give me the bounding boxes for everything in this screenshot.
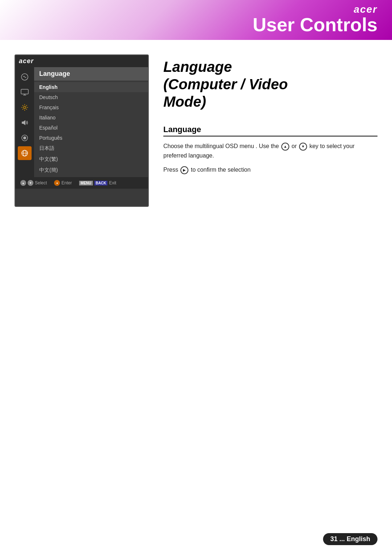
lang-item-english[interactable]: English — [34, 82, 148, 92]
osd-icon-color[interactable] — [18, 131, 32, 145]
page-header: acer User Controls — [0, 0, 392, 40]
desc2-end-text: to confirm the selection — [191, 167, 251, 173]
enter-label: Enter — [61, 180, 72, 185]
lang-item-portugues[interactable]: Português — [34, 133, 148, 143]
right-content: Language(Computer / VideoMode) Language … — [163, 54, 377, 207]
osd-footer-select: ▲ ▼ Select — [20, 180, 47, 186]
up-btn[interactable]: ▲ — [20, 180, 26, 186]
osd-language-list: English Deutsch Français Italiano Españo… — [34, 81, 148, 177]
lang-item-deutsch[interactable]: Deutsch — [34, 92, 148, 102]
osd-icon-display[interactable] — [18, 85, 32, 99]
section-title: Language — [163, 125, 377, 136]
desc1-text: Choose the multilingual OSD menu . Use t… — [163, 143, 279, 149]
osd-icon-settings[interactable] — [18, 101, 32, 114]
description-paragraph-2: Press ▶ to confirm the selection — [163, 165, 377, 175]
osd-icon-audio[interactable] — [18, 116, 32, 130]
lang-item-chinese-simp[interactable]: 中文(簡) — [34, 165, 148, 176]
down-arrow-key: ▼ — [299, 143, 307, 151]
osd-language-panel: Language English Deutsch Français Italia… — [34, 67, 148, 177]
down-btn[interactable]: ▼ — [28, 180, 33, 186]
osd-footer-enter: ● Enter — [54, 180, 72, 186]
osd-footer: ▲ ▼ Select ● Enter MENU BACK Exit — [15, 177, 148, 189]
osd-body: Language English Deutsch Français Italia… — [15, 67, 148, 177]
exit-label: Exit — [109, 180, 116, 185]
osd-panel: acer — [15, 54, 149, 207]
right-arrow-key: ▶ — [180, 166, 188, 174]
select-label: Select — [35, 180, 47, 185]
osd-icon-language-active[interactable] — [18, 146, 32, 160]
description-paragraph-1: Choose the multilingual OSD menu . Use t… — [163, 142, 377, 160]
osd-acer-logo: acer — [19, 57, 34, 65]
osd-header: acer — [15, 55, 148, 67]
or-text: or — [291, 143, 297, 149]
lang-item-espanol[interactable]: Español — [34, 123, 148, 133]
svg-point-7 — [23, 136, 26, 139]
desc2-text: Press — [163, 167, 178, 173]
lang-item-francais[interactable]: Français — [34, 102, 148, 113]
header-title: User Controls — [253, 14, 377, 36]
osd-sidebar — [15, 67, 34, 177]
lang-item-italiano[interactable]: Italiano — [34, 113, 148, 123]
lang-item-japanese[interactable]: 日本語 — [34, 143, 148, 154]
back-tag[interactable]: BACK — [94, 181, 108, 185]
page-footer: 31 ... English — [323, 533, 377, 545]
osd-icon-image[interactable] — [18, 70, 32, 84]
svg-marker-5 — [22, 120, 25, 125]
page-number: 31 — [330, 535, 338, 543]
main-content: acer — [0, 40, 392, 221]
menu-tag[interactable]: MENU — [79, 181, 93, 185]
up-arrow-key: ▲ — [281, 143, 289, 151]
footer-language: ... English — [339, 535, 370, 543]
enter-btn[interactable]: ● — [54, 180, 60, 186]
svg-rect-1 — [21, 89, 28, 94]
svg-point-4 — [24, 106, 26, 109]
page-subtitle: Language(Computer / VideoMode) — [163, 58, 377, 110]
osd-language-title: Language — [34, 67, 148, 81]
osd-footer-exit: MENU BACK Exit — [79, 180, 116, 185]
lang-item-chinese-trad[interactable]: 中文(繁) — [34, 154, 148, 165]
